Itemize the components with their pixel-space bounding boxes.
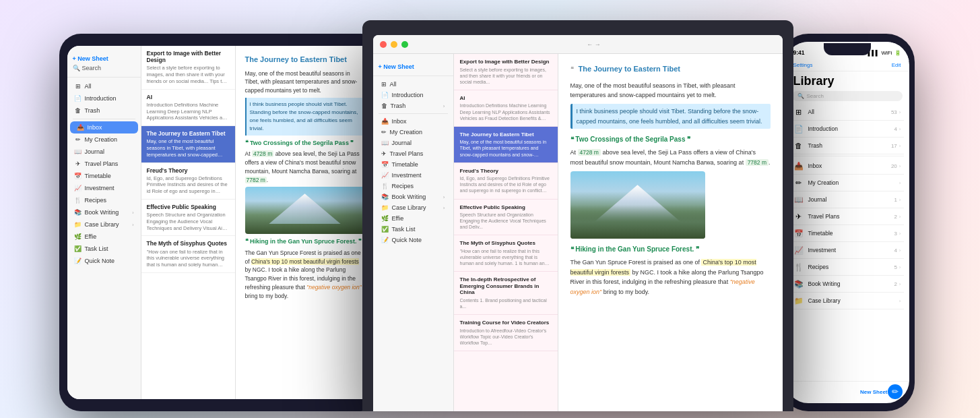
ipad-search-row[interactable]: 🔍 Search [73, 63, 135, 73]
phone-item-caselibrary[interactable]: 📁 Case Library › [791, 293, 904, 309]
phone-item-bookwriting[interactable]: 📚 Book Writing 2 › [791, 276, 904, 293]
mountain-image [245, 187, 365, 234]
phone-item-all[interactable]: ⊞ All 53 › [791, 104, 904, 121]
traffic-light-close[interactable] [380, 41, 387, 48]
laptop-sidebar-introduction[interactable]: 📄Introduction [373, 90, 453, 100]
phone-item-recipes[interactable]: 🍴 Recipes 5 › [791, 259, 904, 276]
phone-edit-btn[interactable]: Edit [892, 62, 901, 68]
laptop-note-speaking[interactable]: Effective Public Speaking Speech Structu… [454, 200, 558, 236]
search-icon2: 🔍 [797, 93, 804, 99]
phone-item-inbox[interactable]: 📥 Inbox 20 › [791, 158, 904, 175]
quicknote-icon2: 📝 [381, 237, 389, 243]
laptop-sidebar-journal[interactable]: 📖Journal [373, 138, 453, 148]
chevron-right-phone9: › [899, 247, 901, 253]
laptop-editor[interactable]: ❝ The Journey to Eastern Tibet May, one … [558, 54, 783, 411]
fork-icon3: 🍴 [793, 262, 804, 272]
phone-item-travelplans[interactable]: ✈ Travel Plans 2 › [791, 208, 904, 225]
ipad-sidebar-top: + New Sheet 🔍 Search [67, 51, 141, 78]
traffic-light-minimize[interactable] [391, 41, 397, 48]
sidebar-item-travelplans[interactable]: ✈ Travel Plans [67, 158, 141, 170]
laptop-note-sisyphus[interactable]: The Myth of Sisyphus Quotes "How can one… [454, 235, 558, 272]
sidebar-item-timetable[interactable]: 📅 Timetable [67, 170, 141, 182]
note-item-freud[interactable]: Freud's Theory Id, Ego, and Superego Def… [141, 163, 235, 200]
sidebar-item-inbox[interactable]: 📥 Inbox [70, 121, 138, 133]
pen-icon3: ✏ [793, 177, 804, 188]
phone-library-list: ⊞ All 53 › 📄 Introduction 4 [785, 104, 909, 381]
phone-item-introduction[interactable]: 📄 Introduction 4 › [791, 121, 904, 138]
laptop-sidebar-timetable[interactable]: 📅Timetable [373, 159, 453, 170]
laptop-sidebar-quicknote[interactable]: 📝Quick Note [373, 235, 453, 245]
search-icon: 🔍 [73, 65, 80, 71]
calendar-icon: 📅 [74, 172, 82, 180]
ipad-para3: The Gan Yun Spruce Forest is praised as … [245, 249, 365, 301]
sidebar-item-quicknote[interactable]: 📝 Quick Note [67, 255, 141, 267]
chevron-right-icon2: › [132, 222, 133, 227]
phone-new-sheet-btn[interactable]: New Sheet [860, 389, 887, 395]
phone-item-timetable[interactable]: 📅 Timetable 3 › [791, 225, 904, 242]
laptop-sidebar-bookwriting[interactable]: 📚Book Writing › [373, 191, 453, 202]
sidebar-item-recipes[interactable]: 🍴 Recipes [67, 194, 141, 206]
note-item-ai[interactable]: AI Introduction Definitions Machine Lear… [141, 90, 235, 126]
laptop-note-brands[interactable]: The In-depth Retrospective of Emerging C… [454, 272, 558, 315]
laptop-sidebar-all[interactable]: ⊞All [373, 79, 453, 90]
phone-bottom-bar: New Sheet ✏ [785, 381, 909, 403]
laptop-sidebar-inbox[interactable]: 📥Inbox [373, 116, 453, 127]
sidebar-item-introduction[interactable]: 📄 Introduction [67, 92, 141, 104]
grid-icon2: ⊞ [381, 81, 387, 88]
ipad-para2: At 4728 m above sea level, the Seji La P… [245, 150, 365, 184]
laptop-new-sheet-btn[interactable]: + New Sheet [379, 62, 448, 71]
book-icon: 📖 [74, 148, 82, 156]
sidebar-item-investment[interactable]: 📈 Investment [67, 182, 141, 194]
quote-mark-open: ❝ [570, 66, 574, 73]
trash-icon2: 🗑 [381, 102, 387, 109]
laptop-note-video[interactable]: Training Course for Video Creators Intro… [454, 315, 558, 351]
inbox-icon: 📥 [77, 123, 85, 131]
sidebar-item-journal[interactable]: 📖 Journal [67, 146, 141, 158]
laptop-note-freud[interactable]: Freud's Theory Id, Ego, and Superego Def… [454, 163, 558, 200]
sidebar-item-caselibrary[interactable]: 📁 Case Library › [67, 218, 141, 231]
phone-item-investment[interactable]: 📈 Investment 4 › [791, 242, 904, 259]
note-icon: 📄 [74, 94, 82, 102]
phone-item-trash[interactable]: 🗑 Trash 17 › [791, 138, 904, 154]
laptop-device: ← → + New Sheet ⊞All 📄Introduction 🗑Tras [362, 20, 793, 411]
note-item-tibet[interactable]: The Journey to Eastern Tibet May, one of… [141, 126, 235, 162]
ipad-note-title: The Journey to Eastern Tibet [245, 54, 365, 65]
laptop-sidebar-effie[interactable]: 🌿Effie [373, 213, 453, 224]
note-item-sisyphus[interactable]: The Myth of Sisyphus Quotes "How can one… [141, 236, 235, 272]
phone-settings-btn[interactable]: Settings [793, 62, 813, 68]
laptop-sidebar-travelplans[interactable]: ✈Travel Plans [373, 148, 453, 159]
phone-item-journal[interactable]: 📖 Journal 1 › [791, 191, 904, 208]
laptop-note-tibet[interactable]: The Journey to Eastern Tibet May, one of… [454, 127, 558, 163]
phone-item-mycreation[interactable]: ✏ My Creation › [791, 175, 904, 191]
laptop-sidebar-recipes[interactable]: 🍴Recipes [373, 181, 453, 191]
iphone-device: 9:41 ▌▌▌ WiFi 🔋 Settings Edit Library 🔍 … [780, 34, 915, 411]
laptop-sidebar-tasklist[interactable]: ✅Task List [373, 224, 453, 235]
negative-ion-link: "negative oxygen ion" [570, 278, 755, 295]
laptop-note-export[interactable]: Export to Image with Better Design Selec… [454, 54, 558, 90]
laptop-note-ai[interactable]: AI Introduction Definitions Machine Lear… [454, 90, 558, 127]
phone-compose-btn[interactable]: ✏ [888, 384, 903, 399]
laptop-sidebar-trash[interactable]: 🗑Trash › [373, 100, 453, 111]
trash-icon: 🗑 [74, 107, 82, 115]
sidebar-item-effie[interactable]: 🌿 Effie [67, 231, 141, 243]
intro-icon: 📄 [793, 123, 804, 134]
case-icon3: 📁 [793, 295, 804, 306]
phone-notch [824, 43, 871, 55]
note-item-export[interactable]: Export to Image with Better Design Selec… [141, 46, 235, 90]
phone-header: Settings Edit [785, 61, 909, 71]
sidebar-item-mycreation[interactable]: ✏ My Creation [67, 133, 141, 146]
pen-icon2: ✏ [381, 129, 387, 136]
sidebar-item-trash[interactable]: 🗑 Trash [67, 104, 141, 117]
laptop-sidebar-investment[interactable]: 📈Investment [373, 170, 453, 181]
traffic-light-maximize[interactable] [401, 41, 408, 48]
phone-search-bar[interactable]: 🔍 Search [792, 91, 903, 101]
sidebar-item-bookwriting[interactable]: 📚 Book Writing › [67, 206, 141, 218]
laptop-sidebar-mycreation[interactable]: ✏My Creation [373, 127, 453, 138]
sidebar-item-all[interactable]: ⊞ All [67, 80, 141, 92]
laptop-sidebar-caselibrary[interactable]: 📁Case Library › [373, 202, 453, 213]
note-item-speaking[interactable]: Effective Public Speaking Speech Structu… [141, 200, 235, 236]
ipad-editor[interactable]: The Journey to Eastern Tibet May, one of… [236, 46, 374, 399]
effie-icon: 🌿 [74, 233, 82, 241]
ipad-new-sheet-button[interactable]: + New Sheet [73, 54, 135, 63]
sidebar-item-tasklist[interactable]: ✅ Task List [67, 243, 141, 255]
